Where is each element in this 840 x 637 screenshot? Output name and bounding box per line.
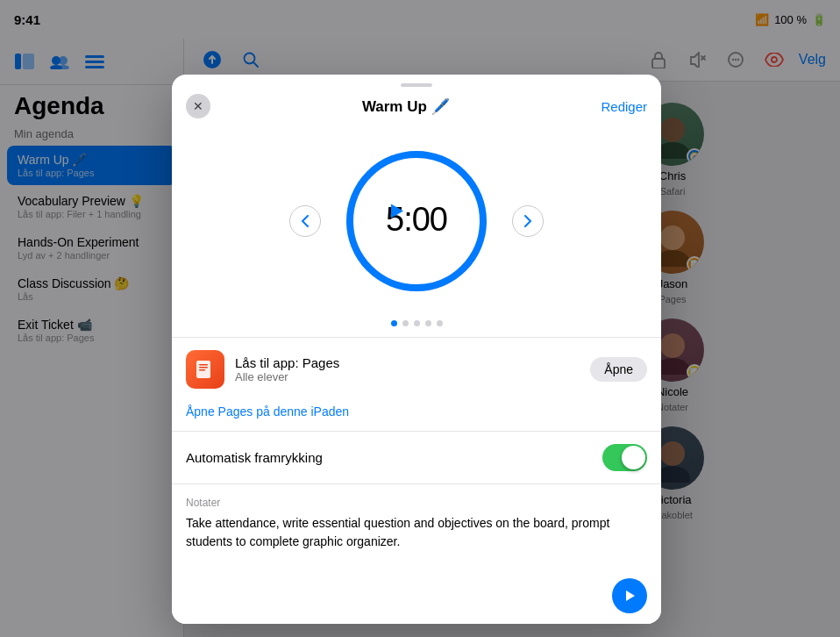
modal-handle <box>172 75 661 90</box>
notes-text: Take attendance, write essential questio… <box>186 514 647 551</box>
lock-app-sub: Alle elever <box>235 370 580 383</box>
auto-advance-section: Automatisk framrykking <box>172 431 661 483</box>
modal-bottom <box>172 571 661 624</box>
lock-app-section: Lås til app: Pages Alle elever Åpne <box>172 338 661 401</box>
modal-title: Warm Up 🖊️ <box>362 97 450 116</box>
svg-rect-43 <box>199 369 205 371</box>
svg-rect-42 <box>199 367 208 369</box>
toggle-knob <box>622 446 645 469</box>
svg-rect-41 <box>199 364 208 366</box>
dot-4 <box>425 320 431 326</box>
svg-marker-44 <box>626 590 635 601</box>
auto-advance-toggle[interactable] <box>602 444 647 471</box>
open-app-button[interactable]: Åpne <box>590 357 647 382</box>
notes-section: Notater Take attendance, write essential… <box>172 483 661 571</box>
dot-5 <box>437 320 443 326</box>
modal-header: ✕ Warm Up 🖊️ Rediger <box>172 90 661 129</box>
modal-edit-button[interactable]: Rediger <box>601 99 647 114</box>
lock-app-info: Lås til app: Pages Alle elever <box>235 355 580 383</box>
notes-label: Notater <box>186 497 647 509</box>
handle-bar <box>401 83 432 87</box>
lock-app-name: Lås til app: Pages <box>235 355 580 370</box>
modal-dots <box>172 313 661 337</box>
dot-2 <box>402 320 409 326</box>
timer-circle[interactable]: 5:00 <box>342 147 491 296</box>
pages-app-icon <box>186 350 224 389</box>
auto-advance-label: Automatisk framrykking <box>186 450 323 465</box>
modal-dialog: ✕ Warm Up 🖊️ Rediger 5:00 <box>172 75 661 624</box>
play-button[interactable] <box>612 578 647 613</box>
svg-marker-38 <box>391 204 403 218</box>
timer-next-button[interactable] <box>512 205 544 237</box>
open-pages-link[interactable]: Åpne Pages på denne iPaden <box>172 401 661 431</box>
timer-prev-button[interactable] <box>289 205 321 237</box>
dot-1 <box>391 320 397 326</box>
timer-inner: 5:00 <box>386 201 447 242</box>
modal-close-button[interactable]: ✕ <box>186 94 210 118</box>
dot-3 <box>414 320 420 326</box>
timer-section: 5:00 <box>172 129 661 313</box>
